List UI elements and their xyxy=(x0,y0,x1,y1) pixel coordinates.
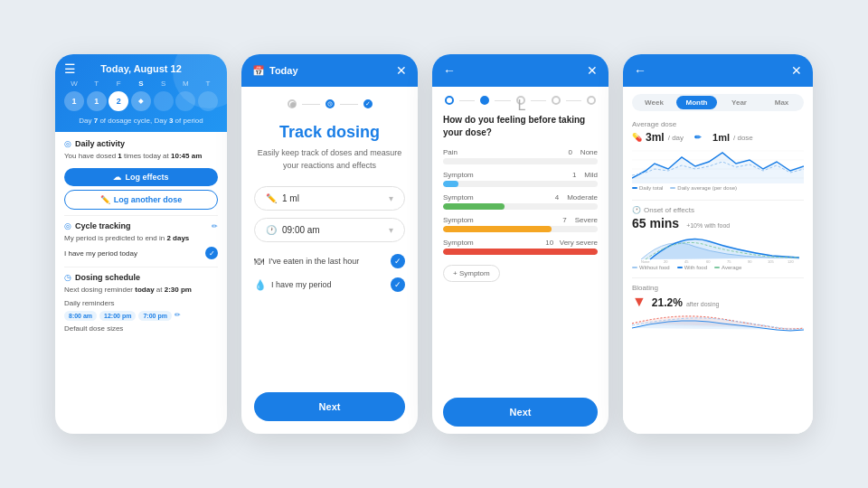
cycle-icon: ◎ xyxy=(64,221,71,230)
svg-text:120: 120 xyxy=(788,259,794,263)
back-button[interactable]: ← xyxy=(443,63,456,78)
pencil-icon: ✏️ xyxy=(266,193,277,203)
symptom-row-7: Symptom 7 Severe xyxy=(443,216,598,232)
dosing-text: Next dosing reminder today at 2:30 pm xyxy=(64,285,218,295)
avg-dose-legend: Daily total Daily average (per dose) xyxy=(632,185,804,191)
onset-metric: 🕐 Onset of effects 65 mins +10% with foo… xyxy=(632,206,804,270)
svg-marker-7 xyxy=(632,153,804,183)
svg-text:60: 60 xyxy=(706,259,711,263)
avg-dose-chart xyxy=(632,144,804,183)
cycle-edit-icon[interactable]: ✏ xyxy=(212,222,218,230)
bloating-chart xyxy=(632,310,804,337)
dot-4 xyxy=(552,96,561,105)
avg-dose-unit: / day xyxy=(668,134,684,142)
onset-note: +10% with food xyxy=(686,222,730,229)
avg-per-dose-value: 1ml xyxy=(712,132,730,143)
bloating-metric: Bloating ▼ 21.2% after dosing xyxy=(632,284,804,337)
activity-text: You have dosed 1 times today at 10:45 am xyxy=(64,151,218,161)
screen1-title: Today, August 12 xyxy=(100,63,182,74)
time-input[interactable]: 🕐 09:00 am ▾ xyxy=(254,218,405,242)
food-icon: 🍽 xyxy=(254,256,264,267)
tab-max[interactable]: Max xyxy=(761,96,802,109)
cycle-title: Cycle tracking xyxy=(75,221,131,230)
period-label: 💧 I have my period xyxy=(254,279,332,291)
step-3: ✓ xyxy=(363,99,373,108)
reminders-edit-icon[interactable]: ✏ xyxy=(175,311,181,321)
reminder-tag[interactable]: 7:00 pm xyxy=(138,311,171,321)
eaten-checkbox[interactable]: ✓ xyxy=(391,254,405,268)
drop-icon: 💧 xyxy=(254,279,267,291)
svg-text:90: 90 xyxy=(748,259,752,263)
pill-icon: 💊 xyxy=(632,133,642,142)
dosing-title: Dosing schedule xyxy=(75,273,140,282)
close-button[interactable]: ✕ xyxy=(396,63,407,78)
screen2-body: ✓ Track dosing Easily keep track of dose… xyxy=(241,87,418,434)
eaten-label: 🍽 I've eaten in the last hour xyxy=(254,256,359,267)
next-button[interactable]: Next xyxy=(443,398,598,427)
cycle-text-body: My period is predicted to end in 2 days xyxy=(64,233,218,243)
calendar-icon: 📅 xyxy=(252,65,265,77)
period-checkbox[interactable]: ✓ xyxy=(391,277,405,292)
svg-text:105: 105 xyxy=(768,259,774,263)
onset-chart: None 20 45 60 75 90 105 120 xyxy=(632,230,804,263)
step-dots: L xyxy=(432,87,609,105)
track-dosing-title: Track dosing xyxy=(279,123,380,142)
cycle-text: Day 7 of dosage cycle, Day 3 of period xyxy=(64,117,218,125)
tab-month[interactable]: Month xyxy=(676,96,717,109)
avg-dose-metric: Average dose 💊 3ml / day ✏ 1ml / dose xyxy=(632,120,804,191)
reminder-tag[interactable]: 8:00 am xyxy=(64,311,97,321)
reminders-list: 8:00 am 12:00 pm 7:00 pm ✏ xyxy=(64,311,218,321)
symptom-row-1: Symptom 1 Mild xyxy=(443,171,598,187)
next-button[interactable]: Next xyxy=(254,392,405,421)
screen4-header: ← ✕ xyxy=(623,54,813,87)
dose-input-group: ✏️ 1 ml ▾ xyxy=(254,186,405,211)
bloating-value: 21.2% xyxy=(652,296,683,309)
log-effects-button[interactable]: ☁ Log effects xyxy=(64,168,218,186)
dot-3: L xyxy=(516,96,525,105)
step-2-active xyxy=(326,99,335,108)
dot-2 xyxy=(480,96,489,105)
add-symptom-button[interactable]: + Symptom xyxy=(443,265,500,282)
time-tabs: Week Month Year Max xyxy=(632,94,804,111)
dot-5 xyxy=(587,96,596,105)
bloating-note: after dosing xyxy=(686,301,720,307)
reminder-tag[interactable]: 12:00 pm xyxy=(99,311,136,321)
log-dose-button[interactable]: ✏️ Log another dose xyxy=(64,190,218,210)
tab-year[interactable]: Year xyxy=(719,96,760,109)
symptom-row-pain: Pain 0 None xyxy=(443,148,598,164)
time-value: 09:00 am xyxy=(282,225,320,235)
pencil-icon: ✏ xyxy=(694,133,702,142)
screen3-body: How do you feeling before taking your do… xyxy=(432,105,609,390)
avg-per-dose-unit: / dose xyxy=(733,134,753,142)
clock-icon: 🕐 xyxy=(632,206,641,214)
back-button[interactable]: ← xyxy=(634,63,646,78)
close-button[interactable]: ✕ xyxy=(791,63,802,78)
screen4-body: Week Month Year Max Average dose 💊 3ml /… xyxy=(623,87,813,434)
track-dosing-subtitle: Easily keep track of doses and measure y… xyxy=(254,147,405,172)
avg-dose-title: Average dose xyxy=(632,120,804,128)
down-arrow-icon: ▼ xyxy=(632,294,646,310)
default-dose-label: Default dose sizes xyxy=(64,324,218,333)
dosing-icon: ◷ xyxy=(64,273,71,282)
bloating-title: Bloating xyxy=(632,284,804,292)
svg-text:None: None xyxy=(641,259,650,263)
period-label: I have my period today xyxy=(64,249,137,258)
chevron-down-icon-2: ▾ xyxy=(389,225,393,235)
step-1 xyxy=(288,99,297,108)
screen3-header: ← ✕ xyxy=(432,54,609,87)
screen1-header: ☰ Today, August 12 W T F S S M T 1 1 2 ◆… xyxy=(55,54,227,132)
close-button[interactable]: ✕ xyxy=(587,63,598,78)
feeling-question: How do you feeling before taking your do… xyxy=(443,114,598,139)
screen2-header-title: Today xyxy=(269,65,298,76)
eaten-checkbox-row: 🍽 I've eaten in the last hour ✓ xyxy=(254,249,405,273)
onset-legend: Without food With food Average xyxy=(632,265,804,270)
tab-week[interactable]: Week xyxy=(634,96,675,109)
period-checkbox[interactable]: ✓ xyxy=(205,247,218,259)
activity-title: Daily activity xyxy=(75,139,125,148)
screen-daily-activity: ☰ Today, August 12 W T F S S M T 1 1 2 ◆… xyxy=(55,54,227,434)
menu-icon[interactable]: ☰ xyxy=(64,61,76,76)
chevron-down-icon: ▾ xyxy=(389,193,393,203)
screen-analytics: ← ✕ Week Month Year Max Average dose 💊 3… xyxy=(623,54,813,434)
dot-1 xyxy=(445,96,454,105)
dose-input[interactable]: ✏️ 1 ml ▾ xyxy=(254,186,405,211)
